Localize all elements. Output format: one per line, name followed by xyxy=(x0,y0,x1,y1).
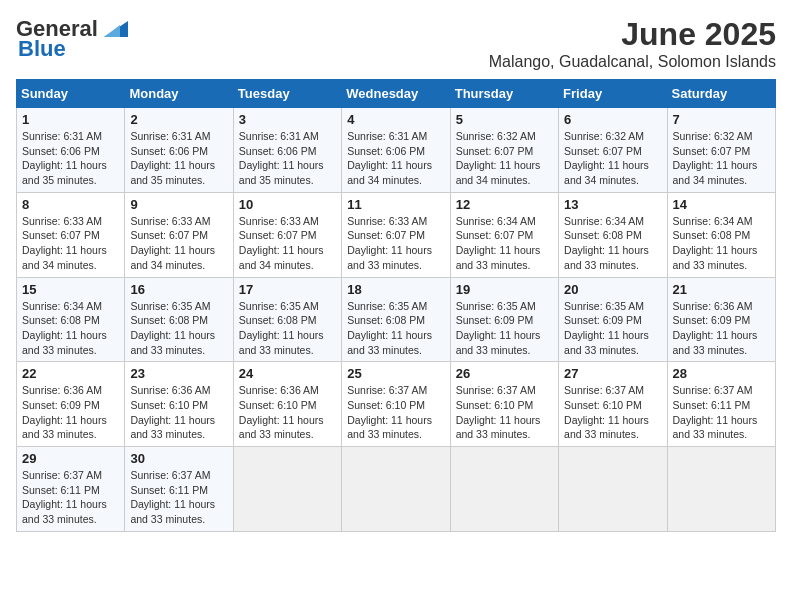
calendar-cell: 8Sunrise: 6:33 AMSunset: 6:07 PMDaylight… xyxy=(17,192,125,277)
day-info: Sunrise: 6:35 AMSunset: 6:08 PMDaylight:… xyxy=(239,299,336,358)
day-number: 15 xyxy=(22,282,119,297)
calendar-week-2: 8Sunrise: 6:33 AMSunset: 6:07 PMDaylight… xyxy=(17,192,776,277)
day-number: 3 xyxy=(239,112,336,127)
day-info: Sunrise: 6:33 AMSunset: 6:07 PMDaylight:… xyxy=(347,214,444,273)
day-info: Sunrise: 6:34 AMSunset: 6:07 PMDaylight:… xyxy=(456,214,553,273)
calendar-cell: 13Sunrise: 6:34 AMSunset: 6:08 PMDayligh… xyxy=(559,192,667,277)
day-number: 10 xyxy=(239,197,336,212)
calendar-cell: 27Sunrise: 6:37 AMSunset: 6:10 PMDayligh… xyxy=(559,362,667,447)
day-number: 21 xyxy=(673,282,770,297)
day-number: 1 xyxy=(22,112,119,127)
logo: General Blue xyxy=(16,16,128,62)
calendar-cell: 5Sunrise: 6:32 AMSunset: 6:07 PMDaylight… xyxy=(450,108,558,193)
calendar-cell xyxy=(233,447,341,532)
day-header-monday: Monday xyxy=(125,80,233,108)
day-info: Sunrise: 6:31 AMSunset: 6:06 PMDaylight:… xyxy=(239,129,336,188)
day-info: Sunrise: 6:33 AMSunset: 6:07 PMDaylight:… xyxy=(22,214,119,273)
day-header-saturday: Saturday xyxy=(667,80,775,108)
logo-icon xyxy=(100,19,128,39)
calendar-cell: 12Sunrise: 6:34 AMSunset: 6:07 PMDayligh… xyxy=(450,192,558,277)
calendar-cell: 17Sunrise: 6:35 AMSunset: 6:08 PMDayligh… xyxy=(233,277,341,362)
calendar-week-3: 15Sunrise: 6:34 AMSunset: 6:08 PMDayligh… xyxy=(17,277,776,362)
calendar-cell: 21Sunrise: 6:36 AMSunset: 6:09 PMDayligh… xyxy=(667,277,775,362)
calendar-cell: 15Sunrise: 6:34 AMSunset: 6:08 PMDayligh… xyxy=(17,277,125,362)
day-number: 13 xyxy=(564,197,661,212)
day-number: 16 xyxy=(130,282,227,297)
day-number: 19 xyxy=(456,282,553,297)
day-info: Sunrise: 6:36 AMSunset: 6:10 PMDaylight:… xyxy=(239,383,336,442)
day-info: Sunrise: 6:35 AMSunset: 6:08 PMDaylight:… xyxy=(347,299,444,358)
calendar-cell: 28Sunrise: 6:37 AMSunset: 6:11 PMDayligh… xyxy=(667,362,775,447)
header: General Blue June 2025 Malango, Guadalca… xyxy=(16,16,776,71)
day-number: 27 xyxy=(564,366,661,381)
day-number: 5 xyxy=(456,112,553,127)
day-info: Sunrise: 6:35 AMSunset: 6:09 PMDaylight:… xyxy=(456,299,553,358)
calendar-cell: 9Sunrise: 6:33 AMSunset: 6:07 PMDaylight… xyxy=(125,192,233,277)
day-info: Sunrise: 6:31 AMSunset: 6:06 PMDaylight:… xyxy=(347,129,444,188)
day-number: 20 xyxy=(564,282,661,297)
day-info: Sunrise: 6:37 AMSunset: 6:10 PMDaylight:… xyxy=(456,383,553,442)
calendar-cell: 1Sunrise: 6:31 AMSunset: 6:06 PMDaylight… xyxy=(17,108,125,193)
svg-marker-1 xyxy=(104,25,120,37)
day-number: 24 xyxy=(239,366,336,381)
day-info: Sunrise: 6:37 AMSunset: 6:11 PMDaylight:… xyxy=(130,468,227,527)
calendar: SundayMondayTuesdayWednesdayThursdayFrid… xyxy=(16,79,776,532)
day-info: Sunrise: 6:35 AMSunset: 6:08 PMDaylight:… xyxy=(130,299,227,358)
day-header-wednesday: Wednesday xyxy=(342,80,450,108)
title-area: June 2025 Malango, Guadalcanal, Solomon … xyxy=(489,16,776,71)
day-number: 4 xyxy=(347,112,444,127)
calendar-week-4: 22Sunrise: 6:36 AMSunset: 6:09 PMDayligh… xyxy=(17,362,776,447)
calendar-cell: 26Sunrise: 6:37 AMSunset: 6:10 PMDayligh… xyxy=(450,362,558,447)
day-info: Sunrise: 6:32 AMSunset: 6:07 PMDaylight:… xyxy=(673,129,770,188)
calendar-cell: 24Sunrise: 6:36 AMSunset: 6:10 PMDayligh… xyxy=(233,362,341,447)
day-number: 23 xyxy=(130,366,227,381)
day-info: Sunrise: 6:33 AMSunset: 6:07 PMDaylight:… xyxy=(130,214,227,273)
day-info: Sunrise: 6:36 AMSunset: 6:09 PMDaylight:… xyxy=(22,383,119,442)
day-number: 12 xyxy=(456,197,553,212)
day-number: 9 xyxy=(130,197,227,212)
day-info: Sunrise: 6:36 AMSunset: 6:09 PMDaylight:… xyxy=(673,299,770,358)
day-info: Sunrise: 6:34 AMSunset: 6:08 PMDaylight:… xyxy=(564,214,661,273)
calendar-cell xyxy=(342,447,450,532)
day-info: Sunrise: 6:37 AMSunset: 6:11 PMDaylight:… xyxy=(673,383,770,442)
calendar-cell: 20Sunrise: 6:35 AMSunset: 6:09 PMDayligh… xyxy=(559,277,667,362)
calendar-cell: 6Sunrise: 6:32 AMSunset: 6:07 PMDaylight… xyxy=(559,108,667,193)
day-number: 2 xyxy=(130,112,227,127)
calendar-cell: 29Sunrise: 6:37 AMSunset: 6:11 PMDayligh… xyxy=(17,447,125,532)
day-number: 25 xyxy=(347,366,444,381)
calendar-cell: 25Sunrise: 6:37 AMSunset: 6:10 PMDayligh… xyxy=(342,362,450,447)
day-info: Sunrise: 6:32 AMSunset: 6:07 PMDaylight:… xyxy=(456,129,553,188)
day-info: Sunrise: 6:32 AMSunset: 6:07 PMDaylight:… xyxy=(564,129,661,188)
day-info: Sunrise: 6:37 AMSunset: 6:11 PMDaylight:… xyxy=(22,468,119,527)
calendar-cell: 11Sunrise: 6:33 AMSunset: 6:07 PMDayligh… xyxy=(342,192,450,277)
calendar-cell: 22Sunrise: 6:36 AMSunset: 6:09 PMDayligh… xyxy=(17,362,125,447)
day-header-thursday: Thursday xyxy=(450,80,558,108)
calendar-cell: 18Sunrise: 6:35 AMSunset: 6:08 PMDayligh… xyxy=(342,277,450,362)
day-number: 18 xyxy=(347,282,444,297)
day-number: 8 xyxy=(22,197,119,212)
day-number: 28 xyxy=(673,366,770,381)
day-info: Sunrise: 6:34 AMSunset: 6:08 PMDaylight:… xyxy=(22,299,119,358)
calendar-cell: 30Sunrise: 6:37 AMSunset: 6:11 PMDayligh… xyxy=(125,447,233,532)
day-info: Sunrise: 6:37 AMSunset: 6:10 PMDaylight:… xyxy=(347,383,444,442)
calendar-cell: 3Sunrise: 6:31 AMSunset: 6:06 PMDaylight… xyxy=(233,108,341,193)
calendar-cell: 14Sunrise: 6:34 AMSunset: 6:08 PMDayligh… xyxy=(667,192,775,277)
day-number: 30 xyxy=(130,451,227,466)
day-number: 11 xyxy=(347,197,444,212)
calendar-cell: 10Sunrise: 6:33 AMSunset: 6:07 PMDayligh… xyxy=(233,192,341,277)
day-number: 7 xyxy=(673,112,770,127)
day-info: Sunrise: 6:35 AMSunset: 6:09 PMDaylight:… xyxy=(564,299,661,358)
day-info: Sunrise: 6:36 AMSunset: 6:10 PMDaylight:… xyxy=(130,383,227,442)
day-info: Sunrise: 6:31 AMSunset: 6:06 PMDaylight:… xyxy=(130,129,227,188)
calendar-cell: 23Sunrise: 6:36 AMSunset: 6:10 PMDayligh… xyxy=(125,362,233,447)
calendar-header: SundayMondayTuesdayWednesdayThursdayFrid… xyxy=(17,80,776,108)
day-info: Sunrise: 6:31 AMSunset: 6:06 PMDaylight:… xyxy=(22,129,119,188)
day-number: 17 xyxy=(239,282,336,297)
calendar-cell: 7Sunrise: 6:32 AMSunset: 6:07 PMDaylight… xyxy=(667,108,775,193)
calendar-week-1: 1Sunrise: 6:31 AMSunset: 6:06 PMDaylight… xyxy=(17,108,776,193)
day-number: 29 xyxy=(22,451,119,466)
location-title: Malango, Guadalcanal, Solomon Islands xyxy=(489,53,776,71)
month-title: June 2025 xyxy=(489,16,776,53)
day-number: 14 xyxy=(673,197,770,212)
day-info: Sunrise: 6:33 AMSunset: 6:07 PMDaylight:… xyxy=(239,214,336,273)
